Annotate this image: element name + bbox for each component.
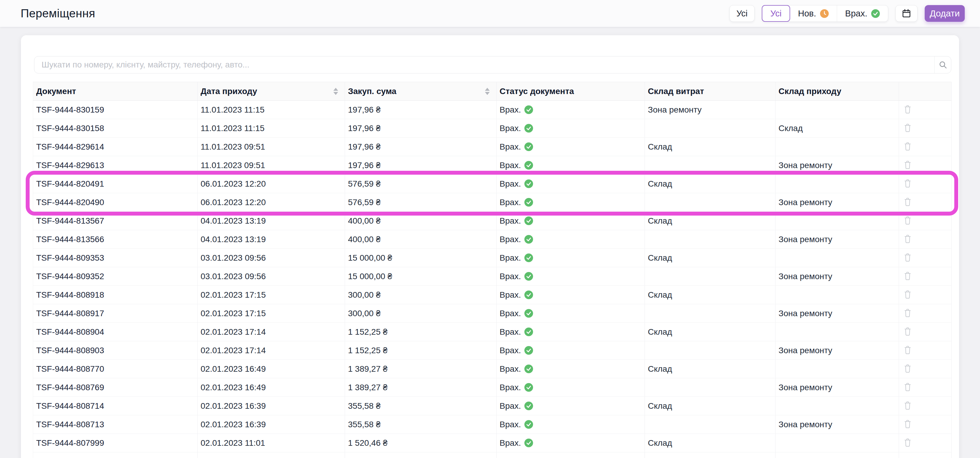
- table-row[interactable]: TSF-9444-830158 11.01.2023 11:15 197,96 …: [33, 119, 951, 138]
- check-circle-icon: [524, 328, 533, 336]
- delete-button[interactable]: [902, 104, 912, 114]
- search-button[interactable]: [934, 56, 951, 73]
- document-cell[interactable]: TSF-9444-808713: [33, 415, 197, 434]
- segment-all[interactable]: Усі: [762, 5, 790, 22]
- actions-cell: [899, 267, 951, 286]
- arrival-warehouse-cell: [775, 397, 899, 415]
- actions-cell: [899, 360, 951, 378]
- expense-warehouse-cell: Склад: [645, 212, 775, 230]
- arrival-warehouse-cell: [775, 434, 899, 452]
- expense-warehouse-cell: Склад: [645, 434, 775, 452]
- table-row[interactable]: TSF-9444-829614 11.01.2023 09:51 197,96 …: [33, 138, 951, 156]
- delete-button[interactable]: [902, 289, 912, 299]
- calendar-icon: [901, 8, 912, 19]
- document-cell[interactable]: TSF-9444-808917: [33, 304, 197, 323]
- table-row[interactable]: TSF-9444-820491 06.01.2023 12:20 576,59 …: [33, 175, 951, 193]
- purchase-sum-cell: 576,59 ₴: [345, 193, 496, 212]
- delete-button[interactable]: [902, 270, 912, 281]
- delete-button[interactable]: [902, 418, 912, 428]
- calendar-button[interactable]: [896, 5, 918, 22]
- column-header-purchase-sum[interactable]: Закуп. сума: [345, 82, 496, 101]
- document-cell[interactable]: TSF-9444-808903: [33, 341, 197, 360]
- status-label: Врах.: [500, 253, 521, 263]
- document-cell[interactable]: TSF-9444-809352: [33, 267, 197, 286]
- sort-icon[interactable]: [485, 88, 490, 95]
- arrival-date-cell: 02.01.2023 16:49: [197, 378, 345, 397]
- purchase-sum-cell: 1 389,27 ₴: [345, 360, 496, 378]
- column-header-arrival-warehouse: Склад приходу: [775, 82, 899, 101]
- table-row[interactable]: TSF-9444-820490 06.01.2023 12:20 576,59 …: [33, 193, 951, 212]
- actions-cell: [899, 341, 951, 360]
- check-circle-icon: [524, 309, 533, 318]
- arrival-warehouse-cell: [775, 138, 899, 156]
- table-row[interactable]: TSF-9444-808903 02.01.2023 17:14 1 152,2…: [33, 341, 951, 360]
- document-cell[interactable]: TSF-9444-813567: [33, 212, 197, 230]
- table-row[interactable]: TSF-9444-808713 02.01.2023 16:39 355,58 …: [33, 415, 951, 434]
- delete-button[interactable]: [902, 215, 912, 225]
- actions-cell: [899, 323, 951, 341]
- table-row[interactable]: TSF-9444-813567 04.01.2023 13:19 400,00 …: [33, 212, 951, 230]
- document-cell[interactable]: TSF-9444-830158: [33, 119, 197, 138]
- filter-all-button[interactable]: Усі: [729, 5, 754, 22]
- actions-cell: [899, 304, 951, 323]
- arrival-date-cell: 02.01.2023 17:15: [197, 304, 345, 323]
- delete-button[interactable]: [902, 177, 912, 188]
- delete-button[interactable]: [902, 196, 912, 206]
- table-row[interactable]: TSF-9444-808918 02.01.2023 17:15 300,00 …: [33, 286, 951, 304]
- table-row[interactable]: TSF-9444-808904 02.01.2023 17:14 1 152,2…: [33, 323, 951, 341]
- document-cell[interactable]: TSF-9444-820490: [33, 193, 197, 212]
- table-row[interactable]: TSF-9444-808714 02.01.2023 16:39 355,58 …: [33, 397, 951, 415]
- delete-button[interactable]: [902, 159, 912, 169]
- delete-button[interactable]: [902, 437, 912, 447]
- delete-button[interactable]: [902, 122, 912, 132]
- sort-icon[interactable]: [333, 88, 338, 95]
- check-circle-icon: [524, 383, 533, 392]
- document-cell[interactable]: TSF-9444-807999: [33, 434, 197, 452]
- table-row[interactable]: TSF-9444-829613 11.01.2023 09:51 197,96 …: [33, 156, 951, 175]
- actions-cell: [899, 193, 951, 212]
- search-input[interactable]: [34, 56, 934, 73]
- delete-button[interactable]: [902, 326, 912, 336]
- column-header-arrival-date[interactable]: Дата приходу: [197, 82, 345, 101]
- status-cell: Врах.: [496, 119, 645, 138]
- table-row[interactable]: TSF-9444-807999 02.01.2023 11:01 1 520,4…: [33, 434, 951, 452]
- delete-button[interactable]: [902, 381, 912, 391]
- table-row[interactable]: TSF-9444-809352 03.01.2023 09:56 15 000,…: [33, 267, 951, 286]
- document-cell[interactable]: TSF-9444-830159: [33, 101, 197, 119]
- delete-button[interactable]: [902, 307, 912, 317]
- document-cell[interactable]: TSF-9444-813566: [33, 230, 197, 249]
- document-cell[interactable]: TSF-9444-808770: [33, 360, 197, 378]
- table-row[interactable]: TSF-9444-808917 02.01.2023 17:15 300,00 …: [33, 304, 951, 323]
- document-cell[interactable]: TSF-9444-829613: [33, 156, 197, 175]
- check-circle-icon: [524, 124, 533, 133]
- delete-button[interactable]: [902, 363, 912, 373]
- delete-button[interactable]: [902, 252, 912, 262]
- arrival-warehouse-cell: Зона ремонту: [775, 230, 899, 249]
- trash-icon: [904, 382, 912, 391]
- delete-button[interactable]: [902, 400, 912, 410]
- document-cell[interactable]: TSF-9444-829614: [33, 138, 197, 156]
- expense-warehouse-cell: [645, 267, 775, 286]
- table-row[interactable]: TSF-9444-809353 03.01.2023 09:56 15 000,…: [33, 249, 951, 267]
- table-row[interactable]: TSF-9444-808769 02.01.2023 16:49 1 389,2…: [33, 378, 951, 397]
- document-cell[interactable]: TSF-9444-820491: [33, 175, 197, 193]
- segment-new[interactable]: Нов.: [790, 5, 837, 22]
- table-row[interactable]: TSF-9444-813566 04.01.2023 13:19 400,00 …: [33, 230, 951, 249]
- table-body: TSF-9444-830159 11.01.2023 11:15 197,96 …: [33, 101, 951, 458]
- trash-icon: [904, 271, 912, 281]
- document-cell[interactable]: TSF-9444-808918: [33, 286, 197, 304]
- document-cell[interactable]: TSF-9444-808904: [33, 323, 197, 341]
- status-cell: Врах.: [496, 175, 645, 193]
- document-cell[interactable]: TSF-9444-808769: [33, 378, 197, 397]
- purchase-sum-cell: 1 152,25 ₴: [345, 323, 496, 341]
- table-row[interactable]: TSF-9444-808770 02.01.2023 16:49 1 389,2…: [33, 360, 951, 378]
- document-cell[interactable]: TSF-9444-809353: [33, 249, 197, 267]
- expense-warehouse-cell: Склад: [645, 175, 775, 193]
- segment-accounted[interactable]: Врах.: [837, 5, 888, 22]
- delete-button[interactable]: [902, 141, 912, 151]
- add-button[interactable]: Додати: [925, 5, 965, 22]
- delete-button[interactable]: [902, 344, 912, 354]
- delete-button[interactable]: [902, 233, 912, 243]
- table-row[interactable]: TSF-9444-830159 11.01.2023 11:15 197,96 …: [33, 101, 951, 119]
- document-cell[interactable]: TSF-9444-808714: [33, 397, 197, 415]
